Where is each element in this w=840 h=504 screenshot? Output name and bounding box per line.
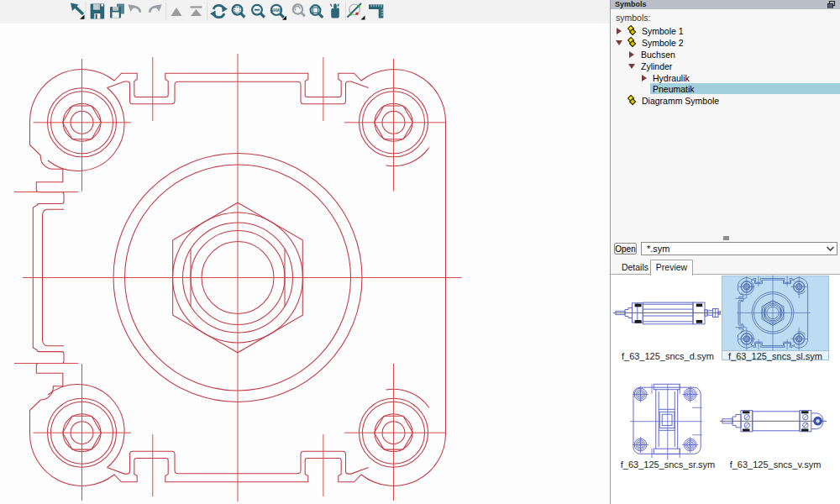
svg-text:NAME: NAME	[270, 8, 282, 13]
